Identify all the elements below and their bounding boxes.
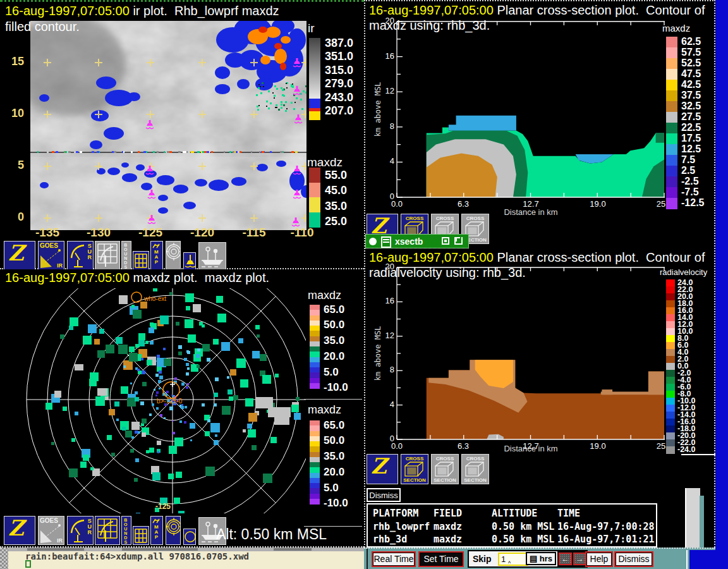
- cross-label: CROSS: [401, 456, 428, 462]
- small-grid-button[interactable]: [133, 251, 149, 270]
- xsect2-colorbar-segment: [666, 391, 675, 398]
- help-button[interactable]: Help: [586, 553, 612, 566]
- xsect1-title: 16-aug-1997,07:05:00 Planar cross-sectio…: [369, 3, 705, 18]
- skip-count-input[interactable]: [498, 553, 528, 566]
- xsect2-colorbar-segment: [666, 439, 675, 447]
- cross-section-1-button[interactable]: CROSSSECTION: [401, 454, 428, 484]
- bounds-button[interactable]: BOUNDS: [121, 516, 131, 545]
- radar-ppi-display[interactable]: [4, 288, 306, 513]
- map-button[interactable]: MAP: [150, 241, 163, 270]
- window-menu-icon[interactable]: [369, 238, 377, 245]
- radar-speck: [268, 90, 270, 92]
- ship-button[interactable]: [198, 242, 226, 270]
- radar-speck: [278, 109, 280, 111]
- bounds-button[interactable]: BOUNDS: [121, 241, 131, 270]
- set-time-button[interactable]: Set Time: [420, 553, 463, 566]
- scanline-speck: [123, 151, 124, 153]
- xsect2-colorbar-segment: [666, 314, 675, 322]
- sat-maxdz-colorbar-value: 25.0: [325, 215, 347, 228]
- xsectb-titlebar[interactable]: xsectb: [365, 234, 469, 248]
- bounds-label: BOUNDS: [124, 243, 127, 269]
- dark-speck: [292, 83, 293, 85]
- xsect2-colorbar-segment: [666, 425, 675, 433]
- real-time-button[interactable]: Real Time: [373, 553, 415, 566]
- terminal-scrollbar[interactable]: [0, 548, 8, 569]
- cold-cloud-blob: [96, 76, 116, 89]
- map-button[interactable]: MAP: [150, 516, 163, 545]
- cold-cloud-blob: [104, 127, 124, 140]
- table-cell: 0.50 km MSL: [492, 534, 554, 545]
- xsect2-yaxis-label: km above MSL: [373, 290, 382, 417]
- cold-cloud-blob: [237, 79, 250, 89]
- table-cell: maxdz: [434, 534, 462, 545]
- terminal-cursor[interactable]: [25, 560, 31, 568]
- scanline-speck: [169, 151, 172, 153]
- step-forward-button[interactable]: →: [573, 553, 586, 565]
- circle-select-button[interactable]: [183, 529, 196, 545]
- surveillance-radar-button[interactable]: SUR: [67, 241, 94, 270]
- section-label: SECTION: [432, 477, 458, 483]
- satellite-image[interactable]: [30, 21, 306, 230]
- ir-colorbar-value: 207.0: [325, 104, 353, 118]
- document-icon[interactable]: [381, 236, 391, 248]
- goes-ir-button[interactable]: GOESIR: [38, 241, 64, 270]
- ytick-label: 16: [380, 51, 394, 61]
- zebra-logo-button[interactable]: Z: [4, 241, 35, 270]
- ir-colorbar-segment: [309, 99, 320, 108]
- sur-label: SUR: [88, 243, 92, 260]
- ir-colorbar-value: 387.0: [325, 37, 353, 50]
- ppi-colorbar1-value: 50.0: [324, 319, 344, 331]
- cross-section-3-button[interactable]: CROSSSECTION: [461, 454, 489, 484]
- dark-speck: [286, 87, 288, 89]
- cold-cloud-blob: [136, 164, 145, 171]
- section-label: SECTION: [401, 477, 428, 483]
- sat-maxdz-colorbar-value: 45.0: [325, 184, 347, 197]
- surveillance-grid-icon: [95, 242, 119, 269]
- goes-ir-button[interactable]: GOESIR: [38, 516, 64, 545]
- xsect1-plot[interactable]: [397, 21, 665, 197]
- xsect1-colorbar-value: 7.5: [681, 154, 695, 166]
- range-rings-button[interactable]: [166, 516, 181, 545]
- small-grid-button[interactable]: [133, 526, 149, 545]
- cold-cloud-blob: [231, 177, 246, 186]
- buoy-button[interactable]: [183, 252, 196, 270]
- xsect2-colorbar-segment: [666, 405, 675, 412]
- ppi-colorbar2-value: 50.0: [324, 434, 344, 447]
- sat-lat-label: 5: [4, 159, 24, 172]
- altitude-readout: Alt: 0.50 km MSL: [216, 526, 327, 543]
- radar-grid-button[interactable]: [95, 241, 120, 270]
- step-back-button[interactable]: ←: [559, 553, 572, 565]
- dismiss-control-button[interactable]: Dismiss: [616, 553, 652, 566]
- ir-satellite-panel: 16-aug-1997,07:05:00 ir plot. Rhb_lowprf…: [0, 0, 364, 269]
- zebra-logo-button[interactable]: Z: [367, 454, 398, 484]
- xsect2-colorbar-segment: [666, 286, 675, 294]
- xsect1-colorbar-value: 17.5: [681, 133, 701, 144]
- hrs-units-button[interactable]: ▤ hrs: [526, 552, 556, 565]
- scrollbar[interactable]: [685, 488, 700, 549]
- skip-label: Skip: [473, 554, 492, 564]
- range-rings-icon: [166, 242, 181, 269]
- xsect2-colorbar-segment: [666, 412, 675, 419]
- radar-grid-button[interactable]: [95, 516, 120, 545]
- radar-speck: [282, 89, 284, 91]
- radar-speck: [276, 88, 278, 90]
- iconify-icon[interactable]: [442, 237, 449, 245]
- resize-icon[interactable]: [454, 237, 463, 245]
- cross-section-2-button[interactable]: CROSSSECTION: [431, 454, 459, 484]
- scanline-speck: [56, 151, 58, 153]
- dismiss-button[interactable]: Dismiss: [367, 488, 401, 502]
- scanline-speck: [295, 151, 297, 153]
- xsect2-plot[interactable]: [397, 267, 665, 439]
- sat-lon-label: -130: [82, 226, 115, 240]
- range-rings-button[interactable]: [166, 241, 181, 270]
- ytick-label: 8: [380, 121, 394, 131]
- window-border-fragment: [681, 454, 717, 455]
- dark-speck: [276, 107, 277, 108]
- table-header: ALTITUDE: [492, 508, 537, 519]
- cold-cloud-blob: [183, 202, 196, 209]
- zebra-logo-button[interactable]: Z: [4, 516, 35, 545]
- radar-speck: [257, 109, 259, 111]
- surveillance-radar-button[interactable]: SUR: [67, 516, 94, 545]
- cross-label: CROSS: [462, 216, 488, 221]
- ytick-label: 16: [380, 296, 394, 305]
